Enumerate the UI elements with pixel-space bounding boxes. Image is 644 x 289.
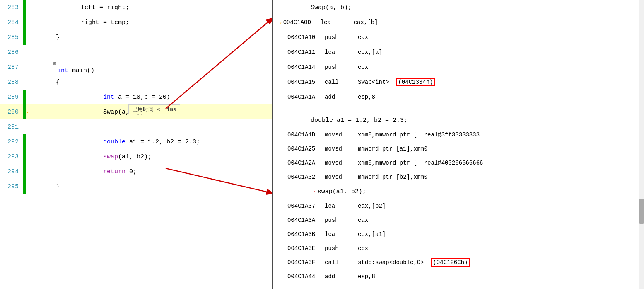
line-num-290: 290 xyxy=(0,109,23,116)
coverage-bar-284 xyxy=(23,15,26,30)
disasm-addr-4c1a15: 004C1A15 xyxy=(287,79,325,85)
disasm-source-swap: Swap(a, b); xyxy=(273,0,644,15)
disasm-addr-4c1a0d: 004C1A0D xyxy=(283,19,321,26)
disasm-mnem-4c1a44: add xyxy=(325,273,358,280)
line-num-283: 283 xyxy=(0,4,23,11)
disasm-addr-4c1a3e: 004C1A3E xyxy=(287,245,325,252)
coverage-bar-292 xyxy=(23,134,26,149)
disasm-ops-4c1a32: mmword ptr [b2],xmm0 xyxy=(358,174,427,180)
disasm-ops-4c1a3b: ecx,[a1] xyxy=(358,231,386,238)
disasm-mnem-4c1a14: push xyxy=(325,64,358,70)
disasm-line-4c1a0d: ⇒ 004C1A0D lea eax,[b] xyxy=(273,15,644,30)
disasm-line-4c1a11: 004C1A11 lea ecx,[a] xyxy=(273,45,644,60)
call-target-box-swap-double: (04C126Ch) xyxy=(431,258,470,267)
source-line-295: 295 } xyxy=(0,179,272,194)
disasm-addr-4c1a10: 004C1A10 xyxy=(287,34,325,41)
disasm-ops-4c1a15: Swap<int> (04C1334h) xyxy=(358,78,435,86)
disasm-scrollbar-thumb[interactable] xyxy=(639,199,644,224)
disasm-ops-4c1a3e: ecx xyxy=(358,245,368,252)
disasm-addr-4c1a3a: 004C1A3A xyxy=(287,217,325,223)
coverage-bar-288 xyxy=(23,75,26,90)
disasm-mnem-4c1a1d: movsd xyxy=(325,131,358,138)
coverage-bar-293 xyxy=(23,149,26,164)
disasm-ops-4c1a0d: eax,[b] xyxy=(354,19,378,26)
disasm-ops-4c1a10: eax xyxy=(358,34,368,41)
source-code-pane: 283 left = right; 284 right = temp; 285 … xyxy=(0,0,273,289)
disasm-source-text-swap2: →swap(a1, b2); xyxy=(277,187,366,196)
disasm-mnem-4c1a3b: lea xyxy=(325,231,358,238)
coverage-bar-283 xyxy=(23,0,26,15)
disasm-addr-4c1a1d: 004C1A1D xyxy=(287,131,325,138)
disasm-addr-4c1a3f: 004C1A3F xyxy=(287,259,325,266)
line-content-288: { xyxy=(26,79,60,86)
disasm-ops-4c1a14: ecx xyxy=(358,64,368,70)
disasm-line-4c1a1a: 004C1A1A add esp,8 xyxy=(273,90,644,104)
source-line-290: ⇒ 290 Swap(a, b); 已用时间 <= 1ms xyxy=(0,104,272,119)
disasm-line-4c1a3e: 004C1A3E push ecx xyxy=(273,241,644,255)
disasm-ops-4c1a37: eax,[b2] xyxy=(358,203,386,209)
source-line-284: 284 right = temp; xyxy=(0,15,272,30)
source-line-294: 294 return 0; xyxy=(0,164,272,179)
line-num-289: 289 xyxy=(0,94,23,101)
disasm-scrollbar[interactable] xyxy=(639,0,644,289)
disasm-source-text-double: double a1 = 1.2, b2 = 2.3; xyxy=(277,117,408,124)
disasm-ops-4c1a1d: xmm0,mmword ptr [__real@3ff33333333 xyxy=(358,131,480,138)
disasm-addr-4c1a32: 004C1A32 xyxy=(287,174,325,180)
coverage-bar-295 xyxy=(23,179,26,194)
timing-tooltip: 已用时间 <= 1ms xyxy=(128,104,180,114)
source-line-287: 287 ⊟ int main() xyxy=(0,60,272,75)
source-line-285: 285 } xyxy=(0,30,272,45)
coverage-bar-286 xyxy=(23,45,26,60)
disasm-mnem-4c1a1a: add xyxy=(325,94,358,100)
line-num-285: 285 xyxy=(0,34,23,41)
line-num-287: 287 xyxy=(0,64,23,71)
disasm-line-4c1a15: 004C1A15 call Swap<int> (04C1334h) xyxy=(273,75,644,90)
disasm-line-4c1a25: 004C1A25 movsd mmword ptr [a1],xmm0 xyxy=(273,142,644,156)
coverage-bar-291 xyxy=(23,119,26,134)
coverage-bar-287 xyxy=(23,60,26,75)
disasm-line-4c1a10: 004C1A10 push eax xyxy=(273,30,644,45)
disasm-mnem-4c1a3e: push xyxy=(325,245,358,252)
coverage-bar-289 xyxy=(23,90,26,104)
disasm-ops-4c1a44: esp,8 xyxy=(358,273,375,280)
disasm-mnem-4c1a11: lea xyxy=(325,49,358,56)
line-num-293: 293 xyxy=(0,153,23,160)
disasm-line-4c1a3b: 004C1A3B lea ecx,[a1] xyxy=(273,227,644,241)
disasm-line-4c1a32: 004C1A32 movsd mmword ptr [b2],xmm0 xyxy=(273,170,644,184)
disasm-line-4c1a44: 004C1A44 add esp,8 xyxy=(273,270,644,284)
coverage-bar-294 xyxy=(23,164,26,179)
disasm-line-4c1a14: 004C1A14 push ecx xyxy=(273,60,644,75)
disasm-line-4c1a1d: 004C1A1D movsd xmm0,mmword ptr [__real@3… xyxy=(273,128,644,142)
disasm-addr-4c1a2a: 004C1A2A xyxy=(287,160,325,166)
disasm-ops-4c1a3f: std::swap<double,0> (04C126Ch) xyxy=(358,258,470,267)
disasm-ops-4c1a11: ecx,[a] xyxy=(358,49,382,56)
disasm-spacer-1 xyxy=(273,104,644,113)
disasm-mnem-4c1a0d: lea xyxy=(321,19,354,26)
disasm-mnem-4c1a10: push xyxy=(325,34,358,41)
disasm-line-4c1a3a: 004C1A3A push eax xyxy=(273,213,644,227)
disasm-addr-4c1a25: 004C1A25 xyxy=(287,146,325,152)
disasm-addr-4c1a14: 004C1A14 xyxy=(287,64,325,70)
disassembly-pane: Swap(a, b); ⇒ 004C1A0D lea eax,[b] 004C1… xyxy=(273,0,644,289)
disasm-ops-4c1a2a: xmm0,mmword ptr [__real@400266666666 xyxy=(358,160,483,166)
disasm-source-double: double a1 = 1.2, b2 = 2.3; xyxy=(273,113,644,128)
disasm-source-swap2: →swap(a1, b2); xyxy=(273,184,644,199)
disasm-mnem-4c1a3f: call xyxy=(325,259,358,266)
debug-arrow-290: ⇒ xyxy=(24,107,28,117)
line-num-291: 291 xyxy=(0,124,23,131)
disasm-mnem-4c1a3a: push xyxy=(325,217,358,223)
disasm-current-arrow: ⇒ xyxy=(277,18,282,27)
line-num-286: 286 xyxy=(0,49,23,56)
disasm-mnem-4c1a2a: movsd xyxy=(325,160,358,166)
disasm-addr-4c1a3b: 004C1A3B xyxy=(287,231,325,238)
coverage-bar-285 xyxy=(23,30,26,45)
disasm-addr-4c1a11: 004C1A11 xyxy=(287,49,325,56)
line-num-288: 288 xyxy=(0,79,23,86)
line-content-285: } xyxy=(26,34,60,41)
disasm-mnem-4c1a15: call xyxy=(325,79,358,85)
disasm-line-4c1a37: 004C1A37 lea eax,[b2] xyxy=(273,199,644,213)
line-content-284: right = temp; xyxy=(26,19,129,26)
disasm-mnem-4c1a32: movsd xyxy=(325,174,358,180)
disasm-ops-4c1a1a: esp,8 xyxy=(358,94,375,100)
line-num-294: 294 xyxy=(0,168,23,175)
